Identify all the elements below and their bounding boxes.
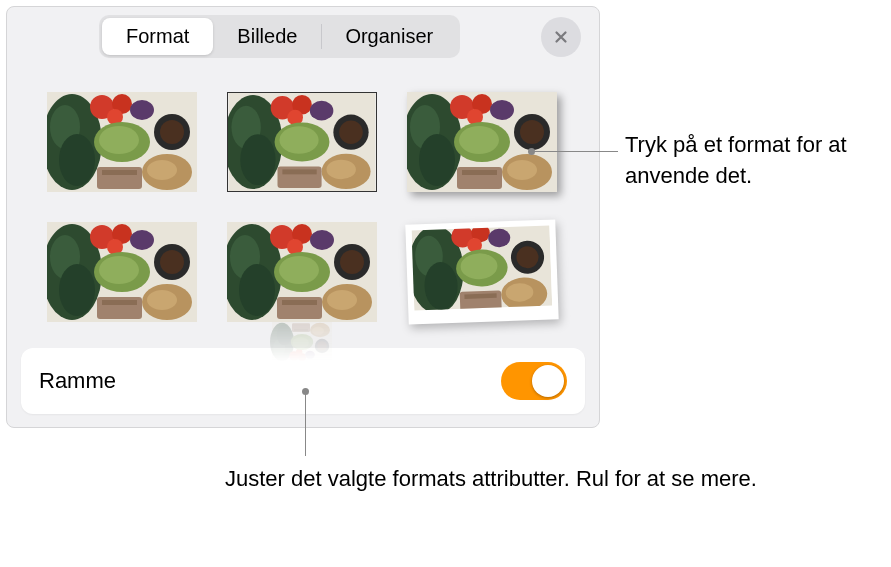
style-option-reflection[interactable]	[227, 222, 377, 322]
tab-organiser[interactable]: Organiser	[321, 18, 457, 55]
toggle-knob	[532, 365, 564, 397]
ramme-toggle[interactable]	[501, 362, 567, 400]
style-option-shadow[interactable]	[407, 92, 557, 192]
style-option-thin-border[interactable]	[227, 92, 377, 192]
close-button[interactable]	[541, 17, 581, 57]
callout-bottom: Juster det valgte formats attributter. R…	[225, 464, 757, 495]
ramme-label: Ramme	[39, 368, 116, 394]
style-option-plain[interactable]	[47, 92, 197, 192]
callout-leader-bottom	[305, 392, 306, 456]
styles-grid	[7, 62, 599, 340]
tab-billede[interactable]: Billede	[213, 18, 321, 55]
format-panel: Format Billede Organiser	[6, 6, 600, 428]
style-option-polaroid[interactable]	[407, 222, 557, 322]
style-option-plain-2[interactable]	[47, 222, 197, 322]
tab-bar: Format Billede Organiser	[7, 7, 599, 62]
callout-leader-top	[532, 151, 618, 152]
close-icon	[552, 28, 570, 46]
segmented-control: Format Billede Organiser	[99, 15, 460, 58]
tab-format[interactable]: Format	[102, 18, 213, 55]
callout-top: Tryk på et format for at anvende det.	[625, 130, 891, 192]
